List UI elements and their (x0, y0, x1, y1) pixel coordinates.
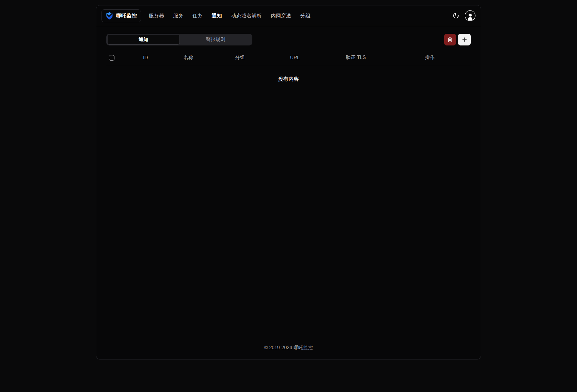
shield-check-icon (105, 12, 114, 20)
empty-state: 没有内容 (106, 65, 471, 93)
add-button[interactable] (458, 34, 471, 45)
nav-item-servers[interactable]: 服务器 (149, 12, 164, 19)
column-header-tls: 验证 TLS (323, 54, 389, 61)
nav-links: 服务器 服务 任务 通知 动态域名解析 内网穿透 分组 (149, 12, 310, 19)
nav-item-nat[interactable]: 内网穿透 (271, 12, 291, 19)
nav-item-services[interactable]: 服务 (173, 12, 183, 19)
brand-logo[interactable]: 哪吒监控 (101, 9, 141, 22)
delete-button[interactable] (444, 34, 456, 45)
tab-notifications[interactable]: 通知 (107, 35, 180, 45)
trash-icon (447, 37, 453, 42)
table-header-row: ID 名称 分组 URL 验证 TLS 操作 (106, 50, 471, 65)
moon-icon (453, 12, 459, 19)
brand-title: 哪吒监控 (116, 12, 137, 19)
nav-item-groups[interactable]: 分组 (300, 12, 310, 19)
avatar (465, 10, 476, 21)
content-area: 通知 警报规则 (96, 26, 481, 359)
column-header-url: URL (267, 55, 323, 61)
main-panel: 哪吒监控 服务器 服务 任务 通知 动态域名解析 内网穿透 分组 (96, 5, 481, 359)
column-header-group: 分组 (213, 54, 267, 61)
column-header-actions: 操作 (389, 54, 471, 61)
controls-row: 通知 警报规则 (106, 33, 471, 45)
footer: © 2019-2024 哪吒监控 (106, 345, 471, 359)
notifications-table: ID 名称 分组 URL 验证 TLS 操作 没有内容 (106, 50, 471, 93)
tab-group: 通知 警报规则 (106, 34, 252, 45)
select-all-checkbox[interactable] (109, 55, 114, 61)
theme-toggle-button[interactable] (451, 11, 461, 21)
navbar-right (451, 10, 476, 21)
user-menu-button[interactable] (465, 10, 476, 21)
column-header-name: 名称 (164, 54, 213, 61)
empty-state-text: 没有内容 (278, 76, 299, 82)
tab-alert-rules[interactable]: 警报规则 (180, 35, 252, 45)
spacer (106, 93, 471, 345)
nav-item-ddns[interactable]: 动态域名解析 (231, 12, 262, 19)
plus-icon (461, 36, 468, 43)
nav-item-notifications[interactable]: 通知 (212, 12, 222, 19)
select-all-cell (106, 55, 127, 61)
navbar: 哪吒监控 服务器 服务 任务 通知 动态域名解析 内网穿透 分组 (96, 5, 481, 26)
action-buttons (444, 34, 471, 45)
copyright-text: © 2019-2024 哪吒监控 (264, 345, 313, 350)
column-header-id: ID (127, 55, 164, 61)
nav-item-tasks[interactable]: 任务 (192, 12, 203, 19)
